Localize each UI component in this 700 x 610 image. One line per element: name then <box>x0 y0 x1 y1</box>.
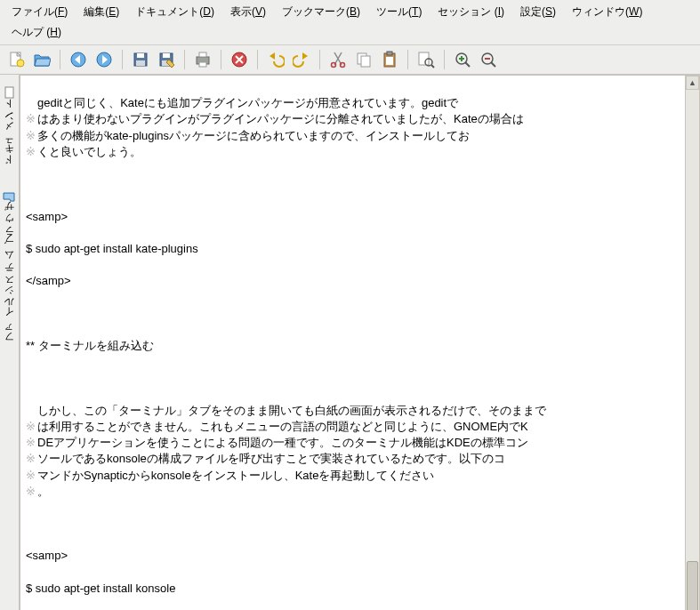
menu-window[interactable]: ウィンドウ(W) <box>564 2 650 22</box>
svg-rect-16 <box>199 62 206 67</box>
side-toolview: ドキュメント ファイルシステム ブラウザ <box>0 75 20 610</box>
side-tab-documents[interactable]: ドキュメント <box>0 76 19 181</box>
editor-para1: geditと同じく、Kateにも追加プラグインパッケージが用意されています。ge… <box>26 96 524 158</box>
zoom-out-icon[interactable] <box>477 48 500 71</box>
menu-session[interactable]: セッション (I) <box>430 2 512 22</box>
cut-icon[interactable] <box>326 48 350 71</box>
editor-cmd1: $ sudo apt-get install kate-plugins <box>26 241 680 257</box>
svg-rect-23 <box>361 56 370 67</box>
save-as-icon[interactable] <box>155 48 178 71</box>
toolbar <box>0 45 700 75</box>
find-icon[interactable] <box>414 48 438 71</box>
menu-tools[interactable]: ツール(T) <box>368 2 430 22</box>
svg-point-2 <box>17 60 24 67</box>
forward-icon[interactable] <box>93 48 116 71</box>
editor-heading: ** ターミナルを組み込む <box>26 338 680 354</box>
editor-scrollbar[interactable]: ▲ ▼ ▲ ▼ <box>685 76 699 610</box>
editor-samp-close: </samp> <box>26 273 680 289</box>
save-icon[interactable] <box>129 48 152 71</box>
svg-line-31 <box>465 62 470 67</box>
back-icon[interactable] <box>67 48 90 71</box>
menu-help[interactable]: ヘルプ (H) <box>4 22 69 43</box>
menu-document[interactable]: ドキュメント(D) <box>127 2 222 22</box>
menu-settings[interactable]: 設定(S) <box>512 2 564 22</box>
print-icon[interactable] <box>191 48 214 71</box>
svg-marker-19 <box>302 52 308 60</box>
svg-marker-13 <box>166 60 174 68</box>
menu-edit[interactable]: 編集(E) <box>76 2 127 22</box>
menu-bookmarks[interactable]: ブックマーク(B) <box>274 2 368 22</box>
svg-line-29 <box>431 65 434 68</box>
svg-rect-8 <box>137 53 144 58</box>
menubar: ファイル(F) 編集(E) ドキュメント(D) 表示(V) ブックマーク(B) … <box>0 0 700 45</box>
svg-rect-11 <box>163 53 170 58</box>
svg-rect-26 <box>386 57 393 65</box>
folder-icon <box>4 191 16 204</box>
svg-point-20 <box>332 63 336 68</box>
editor-content[interactable]: geditと同じく、Kateにも追加プラグインパッケージが用意されています。ge… <box>20 76 685 610</box>
menu-view[interactable]: 表示(V) <box>222 2 274 22</box>
scroll-up-icon[interactable]: ▲ <box>686 76 699 90</box>
scroll-thumb[interactable] <box>687 561 698 610</box>
svg-rect-15 <box>199 52 206 57</box>
zoom-in-icon[interactable] <box>451 48 474 71</box>
editor-cmd2: $ sudo apt-get install konsole <box>26 581 680 597</box>
svg-line-33 <box>491 62 495 67</box>
editor-samp-open: <samp> <box>26 209 680 225</box>
editor-view[interactable]: geditと同じく、Kateにも追加プラグインパッケージが用意されています。ge… <box>20 75 700 610</box>
svg-rect-9 <box>136 60 145 66</box>
close-doc-icon[interactable] <box>228 48 251 71</box>
paste-icon[interactable] <box>378 48 401 71</box>
document-icon <box>4 86 16 99</box>
editor-para2: しかし、この「ターミナル」タブをそのまま開いても白紙の画面が表示されるだけで、そ… <box>26 404 546 498</box>
undo-icon[interactable] <box>264 48 287 71</box>
redo-icon[interactable] <box>290 48 313 71</box>
open-file-icon[interactable] <box>30 48 53 71</box>
new-file-icon[interactable] <box>4 48 28 71</box>
svg-point-21 <box>341 63 345 68</box>
svg-rect-25 <box>387 52 392 55</box>
side-tab-fs-browser[interactable]: ファイルシステム ブラウザ <box>0 181 19 357</box>
copy-icon[interactable] <box>352 48 375 71</box>
menu-file[interactable]: ファイル(F) <box>4 2 76 22</box>
svg-rect-34 <box>6 87 14 98</box>
editor-samp2-open: <samp> <box>26 548 680 564</box>
svg-marker-18 <box>270 52 275 60</box>
